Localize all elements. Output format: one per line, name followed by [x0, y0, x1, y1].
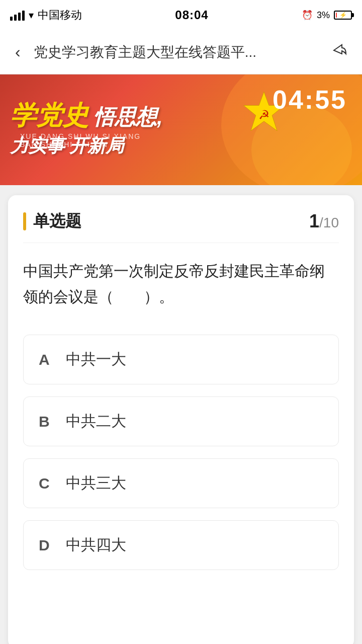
option-a[interactable]: A 中共一大	[23, 335, 339, 384]
option-a-text: 中共一大	[66, 349, 126, 370]
question-type-row: 单选题 1/10	[23, 210, 339, 243]
options-list: A 中共一大 B 中共二大 C 中共三大 D 中共四大	[23, 335, 339, 570]
banner: 学党史 悟思想, 力实事 开新局 XUE DANG SHI WU SI XIAN…	[0, 74, 362, 185]
question-text: 中国共产党第一次制定反帝反封建民主革命纲领的会议是（ ）。	[23, 258, 339, 309]
nav-bar: ‹ 党史学习教育主题大型在线答题平...	[0, 30, 362, 74]
back-button[interactable]: ‹	[10, 38, 26, 66]
banner-latin-2: BAN SHI SHI KAI XIN JU	[20, 140, 141, 148]
option-c-text: 中共三大	[66, 473, 126, 494]
option-c[interactable]: C 中共三大	[23, 458, 339, 508]
type-indicator	[23, 212, 26, 230]
banner-title-2: 悟思想,	[94, 106, 163, 129]
quiz-card: 单选题 1/10 中国共产党第一次制定反帝反封建民主革命纲领的会议是（ ）。 A…	[8, 195, 354, 644]
wifi-icon: ▾	[29, 9, 34, 21]
banner-text: 学党史 悟思想, 力实事 开新局 XUE DANG SHI WU SI XIAN…	[10, 101, 163, 158]
option-d-text: 中共四大	[66, 535, 126, 555]
option-b-text: 中共二大	[66, 411, 126, 432]
clock: 08:04	[175, 8, 208, 22]
countdown-timer: 04:55	[273, 85, 347, 115]
option-a-letter: A	[39, 351, 54, 368]
status-right: ⏰ 3% ⚡	[302, 10, 352, 21]
counter-separator: /	[319, 215, 323, 230]
option-c-letter: C	[39, 475, 54, 492]
nav-title: 党史学习教育主题大型在线答题平...	[34, 43, 319, 62]
status-bar: ▾ 中国移动 08:04 ⏰ 3% ⚡	[0, 0, 362, 30]
option-d-letter: D	[39, 537, 54, 554]
question-type-label: 单选题	[33, 210, 81, 232]
battery-icon: ⚡	[334, 11, 352, 20]
share-button[interactable]	[327, 38, 352, 66]
battery-percent: 3%	[317, 10, 330, 21]
current-question-number: 1	[309, 211, 319, 231]
total-question-number: 10	[323, 215, 339, 230]
svg-text:☭: ☭	[258, 108, 269, 122]
option-d[interactable]: D 中共四大	[23, 520, 339, 570]
signal-icon	[10, 10, 25, 21]
question-type: 单选题	[23, 210, 81, 232]
carrier-label: 中国移动	[38, 8, 82, 23]
banner-title-1: 学党史	[10, 101, 88, 130]
banner-latin-1: XUE DANG SHI WU SI XIANG	[20, 132, 141, 140]
option-b[interactable]: B 中共二大	[23, 396, 339, 446]
banner-latin: XUE DANG SHI WU SI XIANG BAN SHI SHI KAI…	[20, 132, 141, 148]
status-left: ▾ 中国移动	[10, 8, 82, 23]
question-counter: 1/10	[309, 211, 339, 232]
alarm-icon: ⏰	[302, 10, 313, 21]
option-b-letter: B	[39, 413, 54, 430]
